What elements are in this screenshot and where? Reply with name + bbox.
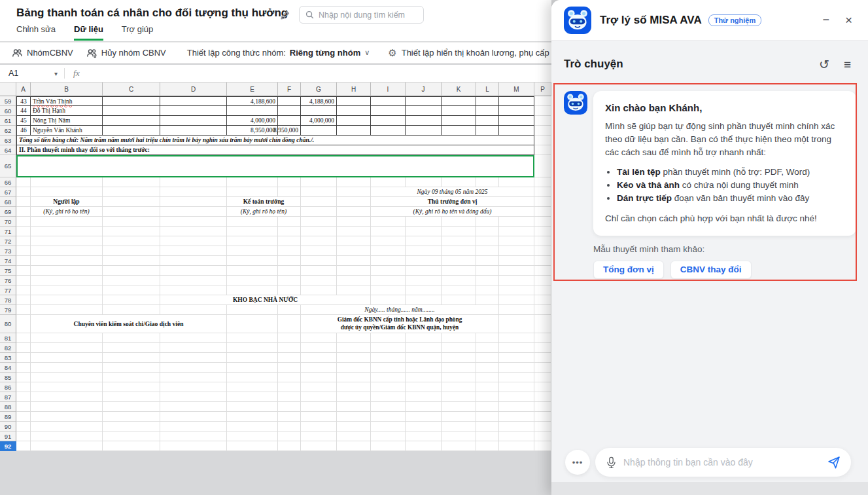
cell[interactable] [499,116,534,126]
cell[interactable] [31,177,103,187]
cell[interactable] [103,392,160,402]
cell[interactable] [16,187,31,197]
cell[interactable] [337,116,371,126]
cell[interactable] [160,392,227,402]
cell[interactable] [442,177,476,187]
cell[interactable] [476,295,499,305]
cell[interactable] [442,431,476,441]
cell[interactable] [278,382,301,392]
cell[interactable] [499,315,534,333]
cell[interactable] [301,422,337,431]
cell[interactable] [534,402,551,412]
column-header[interactable]: I [371,82,406,96]
cell[interactable] [406,402,442,412]
cell[interactable] [103,276,160,285]
cell[interactable] [103,116,160,126]
cell[interactable] [227,285,278,295]
cell[interactable] [227,363,278,373]
cell[interactable] [534,305,551,315]
cell[interactable] [31,412,103,422]
cell[interactable] [103,177,160,187]
cell[interactable] [16,285,31,295]
cell[interactable] [442,106,476,116]
cell[interactable] [406,295,442,305]
cell[interactable] [534,363,551,373]
cell[interactable] [337,276,371,285]
row-header[interactable]: 68 [0,197,16,207]
chat-input[interactable] [623,457,827,468]
cell[interactable] [371,373,406,382]
cell[interactable] [103,382,160,392]
cell[interactable] [16,382,31,392]
cell[interactable] [31,333,103,343]
cell[interactable] [301,256,337,266]
cell[interactable] [534,256,551,266]
merged-cell[interactable]: Kế toán trưởng [227,197,301,207]
cell[interactable] [476,441,499,451]
cell[interactable] [16,431,31,441]
cell[interactable] [160,343,227,353]
cell[interactable] [31,227,103,236]
cell[interactable] [476,126,499,136]
selected-cell[interactable] [16,155,534,177]
suggestion-button-tong-don-vi[interactable]: Tổng đơn vị [593,261,664,279]
cell[interactable] [301,217,337,227]
cell[interactable] [16,197,31,207]
cell[interactable] [31,402,103,412]
cell[interactable] [31,353,103,363]
cell[interactable] [227,353,278,363]
column-header[interactable]: E [227,82,278,96]
history-icon[interactable]: ↺ [819,58,829,71]
cell[interactable] [442,441,476,451]
cell[interactable] [442,343,476,353]
cell[interactable] [499,382,534,392]
cell[interactable] [301,266,337,276]
cell[interactable] [301,373,337,382]
merged-cell[interactable]: Chuyên viên kiểm soát chi/Giao dịch viên [31,315,227,333]
cell[interactable] [31,217,103,227]
cell[interactable] [278,353,301,363]
cell[interactable] [301,353,337,363]
close-button[interactable]: × [845,13,852,28]
cell[interactable] [160,431,227,441]
cell[interactable] [406,431,442,441]
cell[interactable] [371,285,406,295]
cell[interactable] [499,217,534,227]
cell[interactable] [227,177,278,187]
cell[interactable] [278,227,301,236]
cell[interactable] [534,412,551,422]
cell[interactable] [227,227,278,236]
cell[interactable] [534,285,551,295]
cell[interactable] [406,392,442,402]
cell[interactable] [371,106,406,116]
cell[interactable] [103,343,160,353]
cell[interactable] [499,441,534,451]
cell[interactable] [337,227,371,236]
cell[interactable] [337,363,371,373]
cell[interactable] [278,96,301,106]
cell[interactable] [227,373,278,382]
cell[interactable] [534,96,551,106]
row-header[interactable]: 85 [0,373,16,382]
cell[interactable] [442,266,476,276]
row-header[interactable]: 61 [0,116,16,126]
cell[interactable] [371,126,406,136]
cell[interactable] [534,295,551,305]
cell[interactable] [301,441,337,451]
cell[interactable] [337,402,371,412]
cell[interactable] [534,136,551,145]
cell[interactable]: 45 [16,116,31,126]
cell[interactable] [337,333,371,343]
cell[interactable] [301,363,337,373]
cell[interactable] [337,197,371,207]
column-header[interactable]: J [406,82,442,96]
row-header[interactable]: 65 [0,155,16,177]
menu-item-help[interactable]: Trợ giúp [122,24,154,41]
cell[interactable] [337,373,371,382]
cell[interactable] [16,333,31,343]
cell[interactable] [499,373,534,382]
cell[interactable] [31,236,103,246]
cell[interactable] [371,236,406,246]
cell[interactable] [278,177,301,187]
cell[interactable] [31,392,103,402]
